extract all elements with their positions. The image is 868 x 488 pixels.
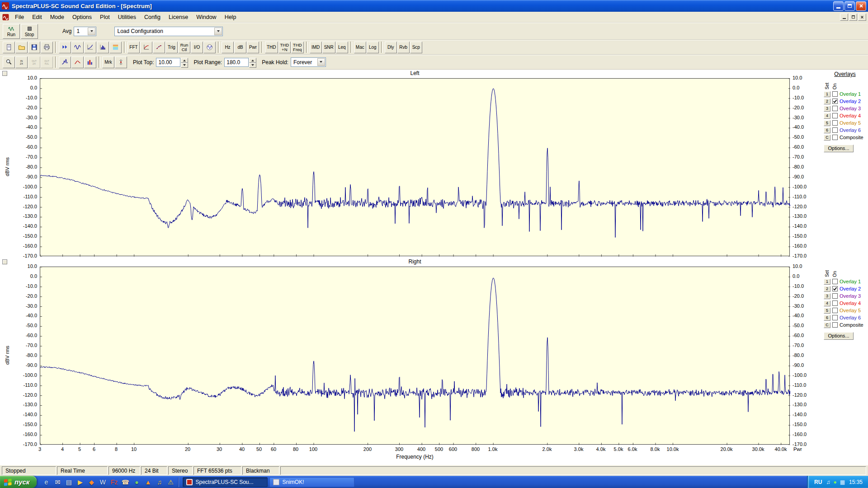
zoom-in-2x-button[interactable]: IN2X xyxy=(15,56,28,68)
peak-curve-button[interactable] xyxy=(59,56,71,68)
tray-network-icon[interactable]: ▦ xyxy=(840,479,845,485)
overlay-set-button-4[interactable]: 4 xyxy=(824,113,830,119)
smoothing-button[interactable] xyxy=(153,42,165,53)
quicklaunch-music-icon[interactable]: ♫ xyxy=(154,477,164,487)
signal-generator-button[interactable] xyxy=(203,42,216,53)
overlay-set-button-c[interactable]: C xyxy=(824,135,830,141)
menu-plot[interactable]: Plot xyxy=(96,13,114,22)
quicklaunch-filezilla-icon[interactable]: Fz xyxy=(109,477,119,487)
mdi-system-icon[interactable] xyxy=(2,14,9,21)
taskbar-task-1[interactable]: SpectraPLUS-SC Sou... xyxy=(183,477,268,487)
overlay-on-checkbox-2[interactable] xyxy=(832,99,838,104)
quicklaunch-warning-icon[interactable]: ⚠ xyxy=(165,477,175,487)
macro-button[interactable]: Mac xyxy=(354,42,366,53)
reverb-button[interactable]: Rvb xyxy=(397,42,410,53)
save-button[interactable] xyxy=(28,42,40,53)
snr-button[interactable]: SNR xyxy=(322,42,335,53)
trigger-button[interactable]: Trig xyxy=(165,42,178,53)
overlay-on-checkbox-1[interactable] xyxy=(832,279,838,284)
language-indicator[interactable]: RU xyxy=(814,479,822,485)
overlay-on-checkbox-4[interactable] xyxy=(832,113,838,118)
zoom-button[interactable] xyxy=(3,56,15,68)
scaling-button[interactable] xyxy=(140,42,152,53)
thd-button[interactable]: THD xyxy=(265,42,278,53)
open-config-button[interactable] xyxy=(15,42,28,53)
overlay-on-checkbox-2[interactable] xyxy=(832,286,838,291)
run-control-button[interactable]: RunCtl xyxy=(178,42,190,53)
plot-top-input[interactable] xyxy=(156,58,180,67)
overlay-on-checkbox-6[interactable] xyxy=(832,127,838,133)
config-combo-arrow-icon[interactable] xyxy=(214,28,222,35)
plot-corner-icon[interactable] xyxy=(2,259,7,264)
overlay-set-button-1[interactable]: 1 xyxy=(824,279,830,285)
bar-graph-button[interactable] xyxy=(84,56,96,68)
scope-button[interactable]: Scp xyxy=(410,42,422,53)
menu-edit[interactable]: Edit xyxy=(28,13,46,22)
overlay-set-button-6[interactable]: 6 xyxy=(824,127,830,133)
overlay-set-button-3[interactable]: 3 xyxy=(824,293,830,299)
overlay-set-button-1[interactable]: 1 xyxy=(824,91,830,97)
marker-line-button[interactable] xyxy=(115,56,127,68)
menu-window[interactable]: Window xyxy=(192,13,220,22)
tray-volume-icon[interactable]: ♫ xyxy=(826,479,830,485)
thd-n-button[interactable]: THD+N xyxy=(278,42,291,53)
logging-button[interactable]: Log xyxy=(367,42,379,53)
overlay-set-button-2[interactable]: 2 xyxy=(824,286,830,292)
quicklaunch-media-icon[interactable]: ▲ xyxy=(143,477,153,487)
overlay-on-checkbox-3[interactable] xyxy=(832,106,838,111)
overlay-on-checkbox-5[interactable] xyxy=(832,308,838,313)
close-button[interactable] xyxy=(856,1,866,11)
plot-top-spinner[interactable] xyxy=(181,58,188,67)
menu-config[interactable]: Config xyxy=(140,13,165,22)
taskbar-task-2[interactable]: SnimOK! xyxy=(269,477,354,487)
overlay-set-button-6[interactable]: 6 xyxy=(824,315,830,321)
db-units-button[interactable]: dB xyxy=(234,42,246,53)
quicklaunch-green-app-icon[interactable]: ● xyxy=(132,477,142,487)
mdi-minimize-button[interactable] xyxy=(840,14,848,21)
io-device-button[interactable]: I/O xyxy=(191,42,203,53)
phase-view-button[interactable] xyxy=(84,42,96,53)
menu-file[interactable]: File xyxy=(11,13,28,22)
thd-freq-button[interactable]: THDFreq xyxy=(291,42,304,53)
overlay-on-checkbox-3[interactable] xyxy=(832,293,838,299)
overlay-set-button-3[interactable]: 3 xyxy=(824,106,830,112)
plot-range-spinner[interactable] xyxy=(249,58,256,67)
menu-utilities[interactable]: Utilities xyxy=(114,13,140,22)
marker-button[interactable]: Mrk xyxy=(102,56,114,68)
pwr-units-button[interactable]: Pwr xyxy=(247,42,259,53)
overlay-set-button-4[interactable]: 4 xyxy=(824,300,830,306)
overlay-on-checkbox-5[interactable] xyxy=(832,120,838,126)
zoom-out-2x-button[interactable]: OUT2X xyxy=(28,56,40,68)
zoom-out-full-button[interactable]: OUTFUL xyxy=(41,56,53,68)
overlay-on-checkbox-4[interactable] xyxy=(832,300,838,306)
print-button[interactable] xyxy=(41,42,53,53)
menu-license[interactable]: License xyxy=(165,13,192,22)
minimize-button[interactable] xyxy=(833,1,844,11)
fft-settings-button[interactable]: FFT xyxy=(127,42,140,53)
overlay-set-button-5[interactable]: 5 xyxy=(824,120,830,126)
overlay-options-button[interactable]: Options... xyxy=(824,332,854,340)
overlay-set-button-5[interactable]: 5 xyxy=(824,308,830,314)
quicklaunch-ie-icon[interactable]: e xyxy=(41,477,51,487)
quicklaunch-phone-icon[interactable]: ☎ xyxy=(120,477,130,487)
overlay-on-checkbox-c[interactable] xyxy=(832,135,838,140)
spectrum-plot-right[interactable] xyxy=(40,267,790,445)
menu-help[interactable]: Help xyxy=(221,13,241,22)
mdi-close-button[interactable] xyxy=(858,14,866,21)
overlay-on-checkbox-6[interactable] xyxy=(832,315,838,320)
smooth-curve-button[interactable] xyxy=(71,56,84,68)
quicklaunch-player-icon[interactable]: ▶ xyxy=(75,477,85,487)
plot-range-input[interactable] xyxy=(224,58,249,67)
spectrogram-view-button[interactable] xyxy=(109,42,122,53)
quicklaunch-mail-icon[interactable]: ✉ xyxy=(52,477,62,487)
delay-button[interactable]: Dly xyxy=(385,42,397,53)
quicklaunch-word-icon[interactable]: W xyxy=(98,477,108,487)
avg-combo[interactable]: 1 xyxy=(74,27,96,36)
menu-mode[interactable]: Mode xyxy=(46,13,68,22)
leq-button[interactable]: Leq xyxy=(336,42,348,53)
spectrum-plot-left[interactable] xyxy=(40,78,790,256)
quicklaunch-docs-icon[interactable]: ◆ xyxy=(86,477,96,487)
peak-hold-combo[interactable]: Forever xyxy=(291,57,326,67)
overlay-options-button[interactable]: Options... xyxy=(824,145,854,152)
tray-antivirus-icon[interactable]: ● xyxy=(833,479,836,485)
